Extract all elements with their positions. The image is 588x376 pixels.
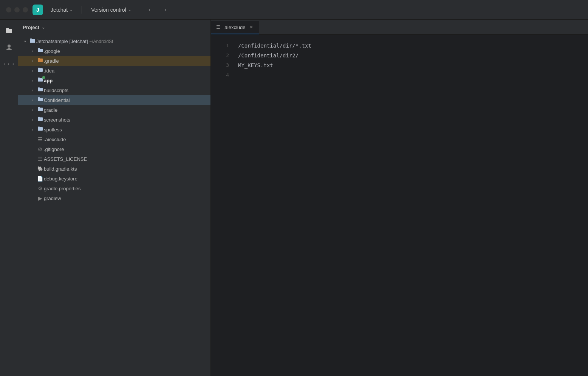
version-control-label: Version control [91, 7, 126, 13]
aiexclude-label: .aiexclude [44, 137, 207, 142]
tree-item-confidential[interactable]: › Confidential [18, 95, 210, 105]
line-num-3: 3 [226, 60, 229, 70]
nav-forward-button[interactable]: → [158, 4, 170, 16]
app-name-button[interactable]: Jetchat ⌄ [48, 5, 76, 14]
root-chevron-icon: ▾ [21, 39, 29, 43]
tree-item-gradlew[interactable]: ▶ gradlew [18, 193, 210, 203]
confidential-chevron-icon: › [29, 98, 36, 102]
app-chevron-icon: ⌄ [70, 8, 73, 12]
app-icon: J [32, 5, 43, 15]
tab-name-label: .aiexclude [223, 25, 246, 30]
tree-item-assets-license[interactable]: ☰ ASSETS_LICENSE [18, 154, 210, 164]
app-name-label: Jetchat [51, 7, 68, 13]
spotless-folder-icon [36, 126, 44, 133]
gitignore-file-icon: ⊘ [36, 146, 44, 152]
app-folder-icon [36, 77, 44, 83]
assets-license-label: ASSETS_LICENSE [44, 156, 207, 162]
line-num-1: 1 [226, 41, 229, 51]
code-editor: 1 2 3 4 /Confidential/dir/*.txt /Confide… [211, 35, 588, 376]
debug-keystore-file-icon: 📄 [36, 176, 44, 182]
idea-chevron-icon: › [29, 69, 36, 73]
build-gradle-file-icon: 🐘 [36, 166, 44, 171]
code-line-3: MY_KEYS.txt [238, 60, 588, 70]
gradle-dot-label: .gradle [44, 58, 207, 64]
sidebar-person-button[interactable] [2, 41, 16, 54]
main-content: ··· Project ⌄ ▾ Jetchatsample [Jetchat] … [0, 20, 588, 376]
tree-root[interactable]: ▾ Jetchatsample [Jetchat] ~/AndroidSt [18, 36, 210, 46]
sidebar-more-button[interactable]: ··· [2, 57, 16, 71]
sidebar-icons: ··· [0, 20, 18, 376]
gradle-dot-folder-icon [36, 58, 44, 64]
gradle-dot-chevron-icon: › [29, 59, 36, 63]
gradlew-label: gradlew [44, 196, 207, 201]
tree-item-spotless[interactable]: › spotless [18, 125, 210, 134]
tab-file-icon: ☰ [216, 25, 220, 30]
traffic-lights [6, 7, 28, 12]
titlebar: J Jetchat ⌄ Version control ⌄ ← → [0, 0, 588, 20]
gradle-label: gradle [44, 107, 207, 113]
app-label: app [44, 78, 207, 83]
assets-license-file-icon: ☰ [36, 156, 44, 162]
tree-item-debug-keystore[interactable]: 📄 debug.keystore [18, 174, 210, 183]
line-num-2: 2 [226, 51, 229, 60]
debug-keystore-label: debug.keystore [44, 176, 207, 182]
tree-item-buildscripts[interactable]: › buildscripts [18, 85, 210, 95]
code-line-4 [238, 70, 588, 80]
tree-item-app[interactable]: › app [18, 76, 210, 85]
tree-item-gradle-dot[interactable]: › .gradle [18, 56, 210, 66]
gradle-folder-icon [36, 107, 44, 113]
screenshots-label: screenshots [44, 117, 207, 123]
tree-item-aiexclude[interactable]: ☰ .aiexclude [18, 134, 210, 144]
line-numbers: 1 2 3 4 [211, 35, 235, 376]
tree-item-gitignore[interactable]: ⊘ .gitignore [18, 144, 210, 154]
code-content[interactable]: /Confidential/dir/*.txt /Confidential/di… [235, 35, 588, 376]
maximize-button[interactable] [23, 7, 28, 12]
tree-item-idea[interactable]: › .idea [18, 66, 210, 76]
idea-folder-icon [36, 68, 44, 74]
screenshots-chevron-icon: › [29, 118, 36, 122]
buildscripts-label: buildscripts [44, 88, 207, 93]
tree-item-screenshots[interactable]: › screenshots [18, 115, 210, 125]
code-line-1: /Confidential/dir/*.txt [238, 41, 588, 51]
spotless-label: spotless [44, 127, 207, 133]
sidebar-folder-button[interactable] [2, 24, 16, 38]
close-button[interactable] [6, 7, 11, 12]
gitignore-label: .gitignore [44, 146, 207, 152]
google-folder-icon [36, 48, 44, 54]
tree-item-google[interactable]: › .google [18, 46, 210, 56]
tree-item-gradle-properties[interactable]: ⚙ gradle.properties [18, 183, 210, 193]
google-chevron-icon: › [29, 49, 36, 53]
panel-header: Project ⌄ [18, 20, 210, 35]
editor-tabs: ☰ .aiexclude ✕ [211, 20, 588, 35]
project-panel: Project ⌄ ▾ Jetchatsample [Jetchat] ~/An… [18, 20, 211, 376]
line-num-4: 4 [226, 70, 229, 80]
minimize-button[interactable] [14, 7, 20, 12]
confidential-label: Confidential [44, 97, 207, 103]
nav-back-button[interactable]: ← [145, 4, 157, 16]
gradle-properties-file-icon: ⚙ [36, 185, 44, 191]
buildscripts-chevron-icon: › [29, 88, 36, 92]
aiexclude-file-icon: ☰ [36, 136, 44, 142]
build-gradle-label: build.gradle.kts [44, 166, 207, 172]
editor-tab-aiexclude[interactable]: ☰ .aiexclude ✕ [211, 21, 259, 34]
panel-chevron-icon: ⌄ [42, 25, 45, 30]
gradle-chevron-icon: › [29, 108, 36, 112]
tree-item-gradle[interactable]: › gradle [18, 105, 210, 115]
titlebar-divider [82, 6, 82, 14]
app-chevron-icon: › [29, 79, 36, 83]
file-tree: ▾ Jetchatsample [Jetchat] ~/AndroidSt › … [18, 35, 210, 376]
tab-close-button[interactable]: ✕ [249, 24, 254, 31]
code-line-2: /Confidential/dir2/ [238, 51, 588, 60]
gradle-properties-label: gradle.properties [44, 186, 207, 191]
tree-item-build-gradle[interactable]: 🐘 build.gradle.kts [18, 164, 210, 174]
buildscripts-folder-icon [36, 87, 44, 93]
root-label: Jetchatsample [Jetchat] ~/AndroidSt [36, 39, 207, 44]
vc-chevron-icon: ⌄ [128, 8, 131, 12]
version-control-button[interactable]: Version control ⌄ [88, 5, 134, 14]
gradlew-file-icon: ▶ [36, 195, 44, 201]
spotless-chevron-icon: › [29, 128, 36, 132]
root-folder-icon [29, 38, 36, 45]
google-label: .google [44, 48, 207, 54]
editor-area: ☰ .aiexclude ✕ 1 2 3 4 /Confidential/dir… [211, 20, 588, 376]
nav-buttons: ← → [145, 4, 170, 16]
